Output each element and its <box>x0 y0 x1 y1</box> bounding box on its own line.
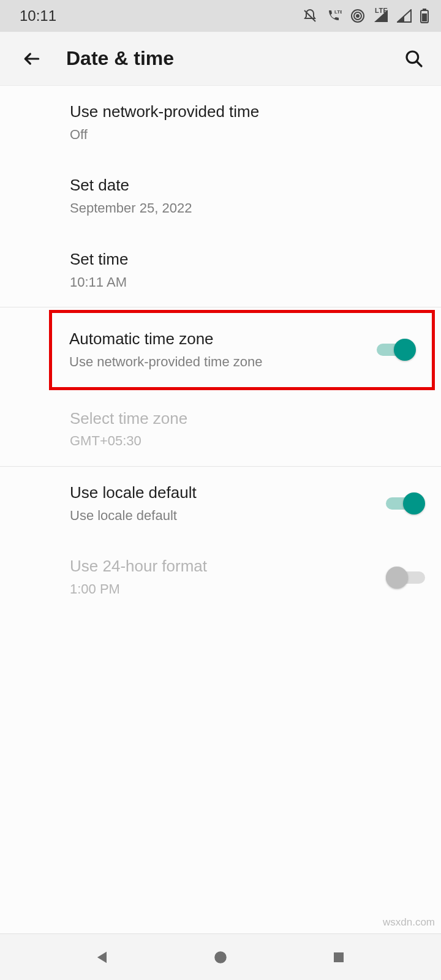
svg-text:LTE: LTE <box>334 9 342 15</box>
settings-list: Use network-provided time Off Set date S… <box>0 86 441 933</box>
status-icons: LTE LTE <box>303 9 429 23</box>
navigation-bar <box>0 933 441 980</box>
row-title: Use locale default <box>70 483 368 503</box>
svg-point-8 <box>214 951 227 963</box>
signal-1-icon: LTE <box>374 9 388 23</box>
search-button[interactable] <box>399 44 429 74</box>
row-subtitle: GMT+05:30 <box>70 432 426 450</box>
row-24-hour-format: Use 24-hour format 1:00 PM <box>0 540 441 614</box>
highlight-box: Automatic time zone Use network-provided… <box>49 310 435 390</box>
switch-24-hour <box>386 567 425 589</box>
row-title: Select time zone <box>70 409 426 429</box>
watermark: wsxdn.com <box>383 916 435 929</box>
row-subtitle: Off <box>70 126 426 144</box>
volte-call-icon: LTE <box>326 9 342 23</box>
svg-point-1 <box>356 15 359 17</box>
switch-automatic-time-zone[interactable] <box>377 339 416 361</box>
row-title: Use 24-hour format <box>70 556 368 577</box>
row-subtitle: Use locale default <box>70 507 368 525</box>
hotspot-icon <box>350 9 365 23</box>
nav-home-button[interactable] <box>196 943 245 972</box>
row-title: Set time <box>70 249 426 270</box>
row-title: Automatic time zone <box>69 329 358 350</box>
status-time: 10:11 <box>20 7 56 24</box>
row-title: Set date <box>70 175 426 196</box>
status-bar: 10:11 LTE LTE <box>0 0 441 32</box>
svg-rect-6 <box>422 13 427 21</box>
row-subtitle: 10:11 AM <box>70 274 426 292</box>
row-subtitle: Use network-provided time zone <box>69 353 358 371</box>
row-subtitle: 1:00 PM <box>70 581 368 598</box>
dnd-off-icon <box>303 9 317 23</box>
back-button[interactable] <box>17 44 47 74</box>
row-subtitle: September 25, 2022 <box>70 200 426 217</box>
switch-locale-default[interactable] <box>386 492 425 514</box>
row-title: Use network-provided time <box>70 102 426 123</box>
row-automatic-time-zone[interactable]: Automatic time zone Use network-provided… <box>52 313 432 386</box>
row-select-time-zone: Select time zone GMT+05:30 <box>0 393 441 466</box>
battery-icon <box>420 9 429 23</box>
signal-2-icon <box>397 9 412 23</box>
row-use-network-time[interactable]: Use network-provided time Off <box>0 86 441 159</box>
row-use-locale-default[interactable]: Use locale default Use locale default <box>0 467 441 540</box>
svg-rect-9 <box>334 952 344 962</box>
nav-back-button[interactable] <box>78 943 127 972</box>
row-set-date[interactable]: Set date September 25, 2022 <box>0 159 441 233</box>
page-title: Date & time <box>66 47 399 70</box>
app-bar: Date & time <box>0 32 441 86</box>
row-set-time[interactable]: Set time 10:11 AM <box>0 233 441 307</box>
nav-recent-button[interactable] <box>314 943 363 972</box>
divider <box>0 307 441 307</box>
